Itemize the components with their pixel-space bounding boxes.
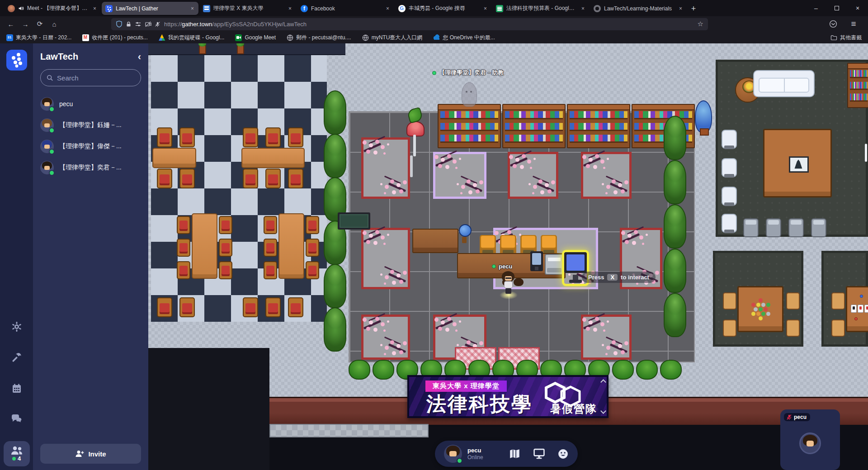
permissions-sliders-icon[interactable] xyxy=(135,21,142,28)
mic-blocked-icon[interactable] xyxy=(155,21,160,28)
lock-icon[interactable] xyxy=(126,21,132,28)
calendar-button[interactable] xyxy=(11,382,23,394)
cherry-blossom xyxy=(361,315,388,336)
forward-button[interactable]: → xyxy=(19,18,32,30)
back-button[interactable]: ← xyxy=(5,18,17,30)
globe-icon xyxy=(362,34,369,41)
self-identity[interactable]: pecu Online xyxy=(467,447,483,461)
tab-close-icon[interactable]: × xyxy=(678,5,683,12)
self-avatar[interactable] xyxy=(444,445,462,463)
participant-row[interactable]: 【理律學堂】奕君－... xyxy=(40,161,141,174)
interact-tooltip: Press X to interact xyxy=(582,272,656,283)
scroll-down-icon[interactable] xyxy=(600,408,606,414)
minimap-button[interactable] xyxy=(509,448,521,459)
cypress-tree xyxy=(324,134,346,178)
dining-chair xyxy=(264,239,277,257)
cherry-blossom xyxy=(433,152,460,173)
chip xyxy=(860,295,863,298)
tab-strip: Meet - 【理律夏令營】線上會議 × LawTech | Gather × … xyxy=(0,0,868,16)
bottom-control-bar: pecu Online xyxy=(435,441,578,467)
cypress-tree xyxy=(664,204,686,249)
maximize-button[interactable] xyxy=(826,0,847,16)
blue-plant xyxy=(695,100,712,133)
self-video-tile[interactable]: pecu xyxy=(780,409,840,470)
scroll-up-icon[interactable] xyxy=(600,379,606,385)
dining-chair xyxy=(306,216,319,234)
game-map[interactable]: 【理律學堂】奕君－助教 pecu Press X to interact 東吳大… xyxy=(148,43,868,470)
cherry-blossom xyxy=(458,178,485,198)
tab-close-icon[interactable]: × xyxy=(385,5,390,12)
dining-chair xyxy=(265,169,281,188)
bush xyxy=(636,360,658,380)
participant-row[interactable]: 【理律學堂】鈺姍－... xyxy=(40,118,141,132)
bookmark-calendar[interactable]: 東吳大學 - 日曆 - 202... xyxy=(6,34,71,42)
tab-audio-icon[interactable] xyxy=(18,5,24,11)
dining-chair xyxy=(264,216,277,234)
chair xyxy=(723,292,736,310)
close-window-button[interactable]: × xyxy=(847,0,868,16)
table-picture xyxy=(789,156,809,173)
reload-button[interactable]: ⟳ xyxy=(33,18,46,30)
gather-logo[interactable] xyxy=(6,50,27,70)
tab-close-icon[interactable]: × xyxy=(288,5,292,12)
chair xyxy=(786,320,800,337)
bush xyxy=(660,360,682,380)
collapse-panel-icon[interactable]: ‹ xyxy=(138,52,141,62)
settings-button[interactable] xyxy=(11,321,23,333)
search-input[interactable] xyxy=(57,74,135,82)
screenshare-button[interactable] xyxy=(533,448,545,459)
avatar xyxy=(40,118,54,132)
new-tab-button[interactable]: + xyxy=(687,2,700,15)
bookmark-gmail[interactable]: 收件匣 (201) - pecuts... xyxy=(82,34,147,42)
minimize-button[interactable]: – xyxy=(806,0,826,16)
tab-github[interactable]: LawTech/Learning-Materials × xyxy=(590,2,687,15)
invite-button[interactable]: Invite xyxy=(40,444,141,464)
pocket-icon[interactable] xyxy=(829,20,837,28)
bookmark-myntu[interactable]: myNTU臺大人入口網 xyxy=(362,34,423,42)
url-bar[interactable]: https://gather.town/app/EySsSA2nDu5YKHjw… xyxy=(111,18,708,30)
bookmark-star-icon[interactable]: ☆ xyxy=(698,20,703,28)
bookmark-drive[interactable]: 我的雲端硬碟 - Googl... xyxy=(159,34,225,42)
tracking-shield-icon[interactable] xyxy=(116,20,123,28)
participant-row[interactable]: pecu xyxy=(40,97,141,111)
tab-facebook[interactable]: Facebook × xyxy=(297,2,394,15)
cherry-blossom xyxy=(382,178,409,198)
tab-google-search[interactable]: 丰城秀昙 - Google 搜尋 × xyxy=(395,2,491,15)
search-box[interactable] xyxy=(40,69,141,86)
participant-row[interactable]: 【理律學堂】偉傑－... xyxy=(40,140,141,153)
tab-close-icon[interactable]: × xyxy=(92,5,97,12)
window-controls: – × xyxy=(806,0,868,16)
chair xyxy=(743,218,759,237)
menu-button[interactable]: ≡ xyxy=(847,18,860,30)
dining-chair xyxy=(288,169,303,188)
google-drive-icon xyxy=(159,34,165,41)
tab-meet[interactable]: Meet - 【理律夏令營】線上會議 × xyxy=(4,2,101,15)
emote-button[interactable] xyxy=(557,448,569,460)
online-status-dot xyxy=(49,106,55,112)
url-text[interactable]: https://gather.town/app/EySsSA2nDu5YKHjw… xyxy=(164,21,694,28)
chair xyxy=(788,218,804,237)
tab-sheets[interactable]: 法律科技學預算表 - Google 試算表 × xyxy=(492,2,589,15)
camera-blocked-icon[interactable] xyxy=(145,21,151,28)
tab-close-icon[interactable]: × xyxy=(190,5,195,12)
tab-close-icon[interactable]: × xyxy=(483,5,488,12)
chat-button[interactable] xyxy=(11,413,23,425)
build-button[interactable] xyxy=(11,352,23,363)
board-game xyxy=(752,301,771,320)
gear-icon xyxy=(11,321,22,332)
bookmark-meet[interactable]: Google Meet xyxy=(235,34,276,41)
participants-button[interactable]: 4 xyxy=(4,441,30,466)
home-button[interactable]: ⌂ xyxy=(48,18,61,30)
github-favicon xyxy=(594,5,601,12)
other-bookmarks-button[interactable]: 其他書籤 xyxy=(830,34,862,42)
bookmark-onedrive[interactable]: 您 OneDrive 中的最... xyxy=(433,34,495,42)
chair xyxy=(831,320,845,337)
cherry-blossom xyxy=(619,228,646,249)
tab-close-icon[interactable]: × xyxy=(580,5,585,12)
x-key-badge: X xyxy=(607,274,618,281)
tab-gather-active[interactable]: LawTech | Gather × xyxy=(102,2,198,15)
cypress-tree xyxy=(324,264,346,308)
dining-chair xyxy=(219,261,232,279)
bookmark-ntu-mail[interactable]: 郵件 - pecutsai@ntu.... xyxy=(287,34,351,42)
tab-lilu-soochow[interactable]: 理律學堂 X 東吳大學 × xyxy=(199,2,296,15)
